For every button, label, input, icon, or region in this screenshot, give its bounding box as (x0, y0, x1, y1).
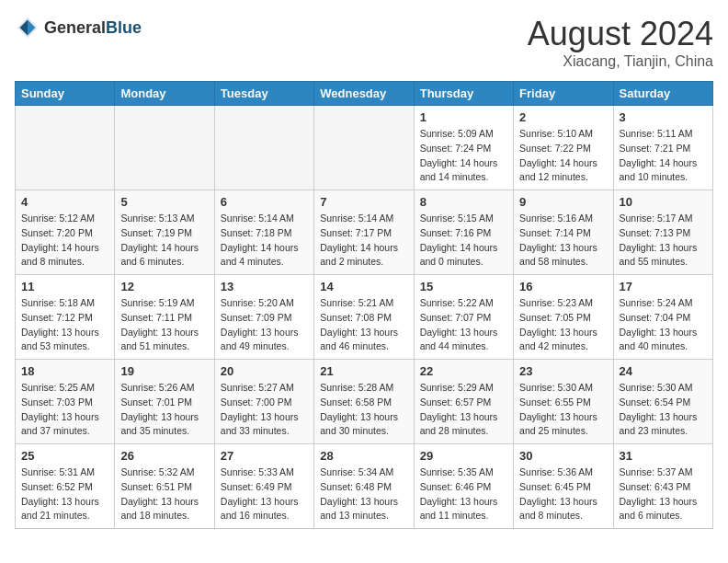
calendar-day-cell: 8Sunrise: 5:15 AM Sunset: 7:16 PM Daylig… (414, 190, 513, 275)
day-number: 27 (221, 449, 308, 463)
day-info: Sunrise: 5:27 AM Sunset: 7:00 PM Dayligh… (221, 381, 308, 439)
day-info: Sunrise: 5:29 AM Sunset: 6:57 PM Dayligh… (420, 381, 507, 439)
calendar-week-row: 25Sunrise: 5:31 AM Sunset: 6:52 PM Dayli… (16, 444, 713, 529)
calendar-day-cell: 21Sunrise: 5:28 AM Sunset: 6:58 PM Dayli… (314, 360, 414, 444)
day-number: 11 (21, 280, 108, 293)
day-info: Sunrise: 5:33 AM Sunset: 6:49 PM Dayligh… (221, 465, 308, 523)
day-number: 10 (620, 195, 707, 209)
page-header: GeneralBlue August 2024 Xiacang, Tianjin… (15, 15, 713, 70)
day-number: 15 (420, 280, 507, 293)
day-number: 13 (221, 280, 308, 293)
calendar-day-cell: 11Sunrise: 5:18 AM Sunset: 7:12 PM Dayli… (16, 275, 115, 360)
calendar-week-row: 11Sunrise: 5:18 AM Sunset: 7:12 PM Dayli… (16, 275, 713, 360)
day-info: Sunrise: 5:24 AM Sunset: 7:04 PM Dayligh… (620, 296, 707, 354)
day-number: 18 (21, 364, 108, 378)
day-number: 14 (320, 280, 407, 293)
calendar-day-cell: 24Sunrise: 5:30 AM Sunset: 6:54 PM Dayli… (613, 360, 712, 444)
day-info: Sunrise: 5:32 AM Sunset: 6:51 PM Dayligh… (120, 465, 208, 523)
title-block: August 2024 Xiacang, Tianjin, China (528, 15, 713, 70)
day-info: Sunrise: 5:28 AM Sunset: 6:58 PM Dayligh… (320, 381, 407, 439)
day-number: 29 (420, 449, 507, 463)
day-number: 16 (519, 280, 607, 293)
day-number: 8 (420, 195, 507, 209)
day-number: 21 (320, 364, 407, 378)
day-info: Sunrise: 5:35 AM Sunset: 6:46 PM Dayligh… (420, 465, 507, 523)
calendar-day-cell: 30Sunrise: 5:36 AM Sunset: 6:45 PM Dayli… (514, 444, 613, 529)
day-number: 9 (519, 195, 607, 209)
calendar-day-cell: 12Sunrise: 5:19 AM Sunset: 7:11 PM Dayli… (115, 275, 214, 360)
day-info: Sunrise: 5:15 AM Sunset: 7:16 PM Dayligh… (420, 212, 507, 270)
day-number: 28 (320, 449, 407, 463)
calendar-day-cell: 26Sunrise: 5:32 AM Sunset: 6:51 PM Dayli… (115, 444, 214, 529)
calendar-day-cell: 9Sunrise: 5:16 AM Sunset: 7:14 PM Daylig… (514, 190, 613, 275)
weekday-header-thursday: Thursday (414, 82, 513, 106)
logo-icon (15, 15, 40, 40)
calendar-day-cell: 27Sunrise: 5:33 AM Sunset: 6:49 PM Dayli… (214, 444, 313, 529)
calendar-day-cell: 4Sunrise: 5:12 AM Sunset: 7:20 PM Daylig… (16, 190, 115, 275)
calendar-day-cell: 1Sunrise: 5:09 AM Sunset: 7:24 PM Daylig… (414, 106, 513, 190)
day-info: Sunrise: 5:23 AM Sunset: 7:05 PM Dayligh… (519, 296, 607, 354)
calendar-table: SundayMondayTuesdayWednesdayThursdayFrid… (15, 81, 713, 529)
weekday-header-monday: Monday (115, 82, 214, 106)
calendar-day-cell: 23Sunrise: 5:30 AM Sunset: 6:55 PM Dayli… (514, 360, 613, 444)
weekday-header-row: SundayMondayTuesdayWednesdayThursdayFrid… (16, 82, 713, 106)
day-info: Sunrise: 5:30 AM Sunset: 6:54 PM Dayligh… (620, 381, 707, 439)
day-number: 17 (620, 280, 707, 293)
calendar-day-cell: 5Sunrise: 5:13 AM Sunset: 7:19 PM Daylig… (115, 190, 214, 275)
day-number: 7 (320, 195, 407, 209)
weekday-header-sunday: Sunday (16, 82, 115, 106)
day-number: 20 (221, 364, 308, 378)
calendar-day-cell: 3Sunrise: 5:11 AM Sunset: 7:21 PM Daylig… (613, 106, 712, 190)
day-info: Sunrise: 5:26 AM Sunset: 7:01 PM Dayligh… (120, 381, 208, 439)
calendar-week-row: 1Sunrise: 5:09 AM Sunset: 7:24 PM Daylig… (16, 106, 713, 190)
day-info: Sunrise: 5:14 AM Sunset: 7:18 PM Dayligh… (221, 212, 308, 270)
day-number: 19 (120, 364, 208, 378)
day-info: Sunrise: 5:14 AM Sunset: 7:17 PM Dayligh… (320, 212, 407, 270)
day-info: Sunrise: 5:37 AM Sunset: 6:43 PM Dayligh… (620, 465, 707, 523)
calendar-day-cell: 7Sunrise: 5:14 AM Sunset: 7:17 PM Daylig… (314, 190, 414, 275)
calendar-day-cell: 29Sunrise: 5:35 AM Sunset: 6:46 PM Dayli… (414, 444, 513, 529)
calendar-day-cell (314, 106, 414, 190)
calendar-week-row: 18Sunrise: 5:25 AM Sunset: 7:03 PM Dayli… (16, 360, 713, 444)
day-info: Sunrise: 5:13 AM Sunset: 7:19 PM Dayligh… (120, 212, 208, 270)
day-info: Sunrise: 5:25 AM Sunset: 7:03 PM Dayligh… (21, 381, 108, 439)
calendar-day-cell (115, 106, 214, 190)
month-title: August 2024 (528, 15, 713, 53)
logo-general: General (44, 18, 106, 37)
day-number: 25 (21, 449, 108, 463)
calendar-day-cell: 17Sunrise: 5:24 AM Sunset: 7:04 PM Dayli… (613, 275, 712, 360)
day-number: 4 (21, 195, 108, 209)
day-number: 30 (519, 449, 607, 463)
calendar-day-cell: 14Sunrise: 5:21 AM Sunset: 7:08 PM Dayli… (314, 275, 414, 360)
weekday-header-tuesday: Tuesday (214, 82, 313, 106)
weekday-header-friday: Friday (514, 82, 613, 106)
day-number: 5 (120, 195, 208, 209)
day-info: Sunrise: 5:17 AM Sunset: 7:13 PM Dayligh… (620, 212, 707, 270)
day-info: Sunrise: 5:22 AM Sunset: 7:07 PM Dayligh… (420, 296, 507, 354)
calendar-day-cell: 10Sunrise: 5:17 AM Sunset: 7:13 PM Dayli… (613, 190, 712, 275)
day-info: Sunrise: 5:19 AM Sunset: 7:11 PM Dayligh… (120, 296, 208, 354)
location-title: Xiacang, Tianjin, China (528, 53, 713, 70)
day-number: 24 (620, 364, 707, 378)
calendar-day-cell: 22Sunrise: 5:29 AM Sunset: 6:57 PM Dayli… (414, 360, 513, 444)
day-number: 23 (519, 364, 607, 378)
day-info: Sunrise: 5:09 AM Sunset: 7:24 PM Dayligh… (420, 127, 507, 185)
calendar-week-row: 4Sunrise: 5:12 AM Sunset: 7:20 PM Daylig… (16, 190, 713, 275)
day-number: 2 (519, 110, 607, 124)
day-info: Sunrise: 5:31 AM Sunset: 6:52 PM Dayligh… (21, 465, 108, 523)
day-info: Sunrise: 5:16 AM Sunset: 7:14 PM Dayligh… (519, 212, 607, 270)
day-info: Sunrise: 5:11 AM Sunset: 7:21 PM Dayligh… (620, 127, 707, 185)
weekday-header-saturday: Saturday (613, 82, 712, 106)
calendar-day-cell: 18Sunrise: 5:25 AM Sunset: 7:03 PM Dayli… (16, 360, 115, 444)
calendar-day-cell: 16Sunrise: 5:23 AM Sunset: 7:05 PM Dayli… (514, 275, 613, 360)
day-info: Sunrise: 5:12 AM Sunset: 7:20 PM Dayligh… (21, 212, 108, 270)
day-info: Sunrise: 5:34 AM Sunset: 6:48 PM Dayligh… (320, 465, 407, 523)
day-info: Sunrise: 5:30 AM Sunset: 6:55 PM Dayligh… (519, 381, 607, 439)
day-number: 3 (620, 110, 707, 124)
day-info: Sunrise: 5:36 AM Sunset: 6:45 PM Dayligh… (519, 465, 607, 523)
logo-blue: Blue (106, 18, 142, 37)
calendar-day-cell (214, 106, 313, 190)
day-number: 31 (620, 449, 707, 463)
day-info: Sunrise: 5:18 AM Sunset: 7:12 PM Dayligh… (21, 296, 108, 354)
day-number: 26 (120, 449, 208, 463)
